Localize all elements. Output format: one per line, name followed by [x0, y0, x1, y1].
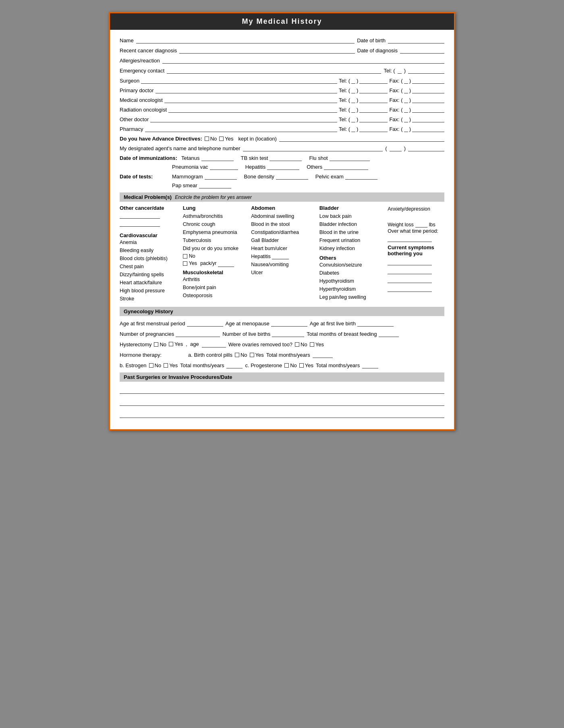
problems-col-bladder: Bladder Low back pain Bladder infection … [316, 205, 385, 301]
name-line [136, 36, 355, 43]
cancer-line [179, 46, 355, 54]
bone-density-item: Bone density [244, 172, 308, 180]
name-label: Name [120, 37, 134, 43]
pap-smear-item: Pap smear [172, 181, 231, 188]
smoke-yes-checkbox[interactable] [183, 261, 187, 266]
tests-label: Date of tests: [120, 174, 168, 180]
estrogen-no-checkbox[interactable] [149, 363, 153, 368]
allergies-label: Allergies/reaction [120, 58, 160, 64]
tetanus-item: Tetanus [181, 154, 234, 161]
estrogen-yes-checkbox[interactable] [164, 363, 168, 368]
cardiovascular-stroke: Stroke [120, 295, 176, 303]
surgeon-label: Surgeon [120, 78, 139, 84]
oncologist-row: Medical oncologist Tel: ( ) Fax: ( ) [120, 96, 444, 103]
surgeon-row: Surgeon Tel: ( ) Fax: ( ) [120, 77, 444, 84]
hysterectomy-yes-checkbox[interactable] [169, 342, 173, 346]
dob-label: Date of birth [357, 37, 386, 43]
surgery-line-2 [120, 397, 444, 406]
progesterone-yes-checkbox[interactable] [299, 363, 304, 368]
smoke-no-row: No [183, 253, 245, 259]
immun-label: Date of immunizations: [120, 155, 177, 161]
cancer-label: Recent cancer diagnosis [120, 48, 177, 54]
hysterectomy-no-checkbox[interactable] [154, 342, 158, 347]
surgery-line-1 [120, 385, 444, 394]
medical-problems-header: Medical Problem(s) Encircle the problem … [120, 192, 444, 202]
cardiovascular-heart-attack: Heart attack/failure [120, 279, 176, 287]
surgery-lines [120, 385, 444, 418]
smoke-yes-row: Yes pack/yr [183, 260, 245, 267]
pharmacy-row: Pharmacy Tel: ( ) Fax: ( ) [120, 125, 444, 132]
gyn-row-1: Age at first menstrual period Age at men… [120, 319, 444, 327]
gyn-row-5: b. Estrogen No Yes Total months/years c.… [120, 361, 444, 368]
cardiovascular-anemia: Anemia [120, 238, 176, 246]
other-doctor-row: Other doctor Tel: ( ) Fax: ( ) [120, 115, 444, 122]
pharmacy-label: Pharmacy [120, 126, 143, 132]
tb-item: TB skin test [241, 154, 302, 161]
surgery-line-3 [120, 409, 444, 418]
gyn-row-2: Number of pregnancies Number of live bir… [120, 330, 444, 337]
immun-row-1: Date of immunizations: Tetanus TB skin t… [120, 154, 444, 161]
allergies-line [162, 56, 444, 64]
immunizations-section: Date of immunizations: Tetanus TB skin t… [120, 154, 444, 170]
advance-no-checkbox[interactable] [205, 136, 209, 141]
tests-section: Date of tests: Mammogram Bone density Pe… [120, 172, 444, 188]
emergency-label: Emergency contact [120, 68, 164, 74]
pneumonia-item: Pneumonia vac [172, 163, 238, 170]
gyn-row-4: Hormone therapy: a. Birth control pills … [120, 351, 444, 358]
medical-history-form: My Medical History Name Date of birth Re… [109, 12, 455, 430]
agent-line [243, 144, 383, 151]
emergency-row: Emergency contact Tel: ( ) [120, 66, 444, 74]
birth-control-no-checkbox[interactable] [235, 353, 239, 357]
flu-item: Flu shot [309, 154, 369, 161]
agent-row: My designated agent's name and telephone… [120, 144, 444, 151]
diagnosis-date-label: Date of diagnosis [357, 48, 398, 54]
progesterone-no-checkbox[interactable] [284, 363, 289, 368]
page-title: My Medical History [110, 13, 454, 30]
cardiovascular-bleeding: Bleeding easily [120, 246, 176, 254]
agent-label: My designated agent's name and telephone… [120, 145, 241, 151]
tests-row-2: Pap smear [120, 181, 444, 188]
name-row: Name Date of birth [120, 36, 444, 43]
surgeries-header: Past Surgeries or Invasive Procedures/Da… [120, 372, 444, 382]
primary-doctor-row: Primary doctor Tel: ( ) Fax: ( ) [120, 86, 444, 93]
oncologist-label: Medical oncologist [120, 97, 163, 103]
problems-col-lung: Lung Asthma/bronchitis Chronic cough Emp… [180, 205, 248, 300]
location-line [279, 134, 444, 142]
advance-yes-checkbox[interactable] [219, 136, 224, 141]
mammogram-item: Mammogram [172, 172, 237, 180]
other-doctor-label: Other doctor [120, 116, 149, 122]
pelvic-exam-item: Pelvic exam [315, 172, 377, 180]
cardiovascular-chest-pain: Chest pain [120, 263, 176, 271]
anxiety-item: Anxiety/depression [388, 205, 444, 213]
location-label: kept in (location) [238, 136, 277, 142]
emergency-tel-label: Tel: ( [384, 68, 395, 74]
emergency-line [167, 66, 381, 74]
birth-control-yes-checkbox[interactable] [250, 353, 254, 357]
others-item: Others [307, 163, 368, 170]
primary-doctor-label: Primary doctor [120, 87, 154, 93]
advance-no: No [205, 136, 217, 142]
problems-col-abdomen: Abdomen Abdominal swelling Blood in the … [248, 205, 316, 277]
cardiovascular-high-bp: High blood pressure [120, 287, 176, 295]
gyn-row-3: Hysterectomy No Yes , age Were ovaries r… [120, 340, 444, 347]
diagnosis-date-line [400, 46, 444, 54]
radiation-row: Radiation oncologist Tel: ( ) Fax: ( ) [120, 105, 444, 113]
problems-grid: Other cancer/date Cardiovascular Anemia … [120, 205, 444, 303]
cardiovascular-blood-clots: Blood clots (phlebitis) [120, 254, 176, 263]
tests-row-1: Date of tests: Mammogram Bone density Pe… [120, 172, 444, 180]
problems-col-symptoms: Anxiety/depression Weight loss lbs Over … [384, 205, 444, 292]
advance-label: Do you have Advance Directives: [120, 136, 202, 142]
ovaries-yes-checkbox[interactable] [310, 342, 314, 347]
problems-col-cancer: Other cancer/date Cardiovascular Anemia … [120, 205, 180, 303]
hepatitis-item: Hepatitis [245, 163, 300, 170]
smoke-no-checkbox[interactable] [183, 254, 187, 259]
ovaries-no-checkbox[interactable] [295, 342, 299, 347]
immun-row-2: Pneumonia vac Hepatitis Others [120, 163, 444, 170]
allergies-row: Allergies/reaction [120, 56, 444, 64]
gynecology-header: Gynecology History [120, 307, 444, 316]
advance-directives-row: Do you have Advance Directives: No Yes k… [120, 134, 444, 142]
radiation-label: Radiation oncologist [120, 107, 167, 113]
advance-yes: Yes [219, 136, 233, 142]
dob-line [388, 36, 444, 43]
cancer-row: Recent cancer diagnosis Date of diagnosi… [120, 46, 444, 54]
